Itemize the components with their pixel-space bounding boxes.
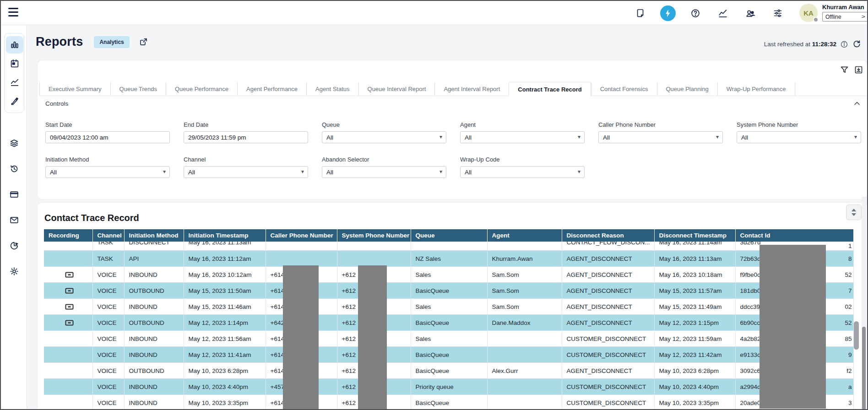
page-scrollbar-thumb[interactable] — [862, 327, 866, 410]
initiation-method-select[interactable]: All▾ — [45, 166, 170, 178]
metrics-line-chart-icon[interactable] — [715, 5, 731, 21]
external-link-icon[interactable] — [139, 37, 148, 47]
field-value: 09/04/2023 12:00 am — [50, 134, 108, 141]
avatar-initials: KA — [803, 9, 814, 17]
caller-phone-value: +614 — [271, 367, 284, 374]
queue-value: NZ Sales — [416, 255, 441, 262]
channel-select[interactable]: All▾ — [184, 166, 308, 178]
sidebar-item-reports[interactable] — [6, 36, 23, 54]
tab-agent-performance[interactable]: Agent Performance — [237, 82, 306, 96]
agent-value: Sam.Som — [492, 303, 519, 310]
tab-agent-interval-report[interactable]: Agent Interval Report — [434, 82, 509, 96]
contact-trace-record-table: RecordingChannelInitiation MethodInitiat… — [44, 229, 854, 410]
disconnect-reason-value: CONTACT_FLOW_DISCON... — [562, 242, 654, 250]
sidebar-item-pie-reports[interactable] — [5, 237, 23, 254]
status-select-value: Offline — [825, 14, 841, 20]
caller-phone-number-select[interactable]: All▾ — [598, 131, 723, 143]
collapse-chevron-up-icon[interactable] — [852, 99, 862, 108]
table-scrollbar-thumb[interactable] — [854, 321, 859, 350]
contact-id-tail: 52 — [845, 315, 852, 331]
column-header-contact-id: Contact Id — [735, 229, 853, 242]
caller-phone-value: +614 — [271, 351, 284, 358]
agent-value: Dane.Maddox — [492, 319, 531, 326]
report-controls-card: Executive SummaryQueue TrendsQueue Perfo… — [38, 60, 867, 199]
help-icon[interactable] — [688, 5, 703, 21]
queue-value: BasicQueue — [416, 351, 450, 358]
system-phone-value — [337, 242, 411, 250]
initiation-timestamp-value: May 15, 2023 11:50am — [189, 287, 251, 294]
tab-contact-forensics[interactable]: Contact Forensics — [591, 82, 657, 96]
tab-queue-trends[interactable]: Queue Trends — [110, 82, 166, 96]
channel-value: VOICE — [98, 335, 117, 342]
initiation-timestamp-cell: May 16, 2023 11:13am — [184, 242, 266, 251]
disconnect-timestamp-cell: May 12, 2023 11:42am — [654, 347, 735, 363]
caller-phone-value: +642 — [271, 319, 284, 326]
field-value: All — [188, 169, 195, 176]
notes-icon[interactable] — [633, 5, 648, 21]
initiation-timestamp-value: May 12, 2023 1:14pm — [189, 319, 249, 326]
info-icon[interactable] — [840, 40, 848, 49]
sidebar-item-schedule[interactable] — [6, 55, 23, 72]
agent-cell: Sam.Som — [487, 267, 562, 283]
initiation-method-value: INBOUND — [129, 335, 157, 342]
tab-contract-trace-record[interactable]: Contract Trace Record — [509, 82, 591, 96]
field-agent: AgentAll▾ — [460, 121, 585, 143]
tab-queue-performance[interactable]: Queue Performance — [166, 82, 237, 96]
recording-icon[interactable] — [65, 272, 74, 278]
stepper-down-icon[interactable] — [852, 213, 856, 216]
column-header-initiation-timestamp: Initiation Timestamp — [184, 229, 266, 242]
field-value: All — [465, 169, 472, 176]
contacts-people-icon[interactable] — [743, 5, 758, 21]
contact-id-value: 4a2b82 — [740, 335, 761, 342]
quick-connect-bolt-icon[interactable] — [660, 5, 676, 21]
sidebar-item-mail[interactable] — [5, 211, 23, 229]
agent-select[interactable]: All▾ — [460, 131, 585, 143]
report-tabs: Executive SummaryQueue TrendsQueue Perfo… — [39, 82, 867, 96]
queue-cell: BasicQueue — [411, 315, 487, 331]
contact-id-tail: 7 — [848, 283, 852, 299]
status-select[interactable]: Offline ˃ — [822, 12, 868, 22]
recording-icon[interactable] — [65, 288, 74, 294]
sidebar-item-trends[interactable] — [6, 74, 23, 91]
column-header-system-phone-number: System Phone Number — [337, 229, 411, 242]
end-date-input[interactable]: 29/05/2023 11:59 pm — [184, 131, 308, 143]
recording-icon[interactable] — [65, 304, 74, 310]
column-header-initiation-method: Initiation Method — [124, 229, 184, 242]
abandon-selector-select[interactable]: All▾ — [322, 166, 446, 178]
queue-select[interactable]: All▾ — [322, 131, 446, 143]
sidebar-item-settings[interactable] — [5, 263, 23, 280]
system-phone-number-select[interactable]: All▾ — [737, 131, 861, 143]
recording-cell — [44, 331, 92, 347]
disconnect-reason-value: AGENT_DISCONNECT — [567, 287, 632, 294]
recording-cell — [44, 379, 92, 395]
tab-queue-planning[interactable]: Queue Planning — [657, 82, 717, 96]
contact-id-value: 20ade0 — [740, 399, 761, 406]
filter-icon[interactable] — [840, 65, 849, 75]
recording-icon[interactable] — [65, 320, 74, 326]
table-scroll-stepper[interactable] — [846, 205, 862, 220]
wrap-up-code-select[interactable]: All▾ — [460, 166, 585, 178]
table-row: VOICEINBOUNDMay 10, 2023 4:40pm+457+612P… — [44, 379, 853, 395]
tab-wrap-up-performance[interactable]: Wrap-Up Performance — [717, 82, 795, 96]
hamburger-menu-icon[interactable] — [8, 8, 19, 18]
sidebar-item-design[interactable] — [6, 92, 23, 110]
contact-id-value: a2994d — [740, 383, 761, 390]
tab-executive-summary[interactable]: Executive Summary — [39, 82, 110, 96]
download-icon[interactable] — [854, 65, 863, 75]
field-queue: QueueAll▾ — [322, 121, 446, 143]
queue-value: Sales — [416, 271, 431, 278]
refresh-icon[interactable] — [852, 39, 862, 49]
tab-agent-status[interactable]: Agent Status — [306, 82, 358, 96]
stepper-up-icon[interactable] — [852, 209, 856, 211]
start-date-input[interactable]: 09/04/2023 12:00 am — [45, 131, 170, 143]
chevron-down-icon: ▾ — [578, 134, 580, 140]
settings-sliders-icon[interactable] — [770, 5, 786, 21]
contact-id-tail: 02 — [845, 299, 852, 315]
sidebar-item-layers[interactable] — [5, 135, 23, 152]
sidebar-item-window[interactable] — [5, 186, 23, 203]
queue-value: Sales — [416, 303, 431, 310]
tab-queue-interval-report[interactable]: Queue Interval Report — [358, 82, 435, 96]
field-label: Queue — [322, 121, 446, 128]
field-abandon-selector: Abandon SelectorAll▾ — [322, 156, 446, 178]
sidebar-item-history[interactable] — [5, 160, 23, 178]
